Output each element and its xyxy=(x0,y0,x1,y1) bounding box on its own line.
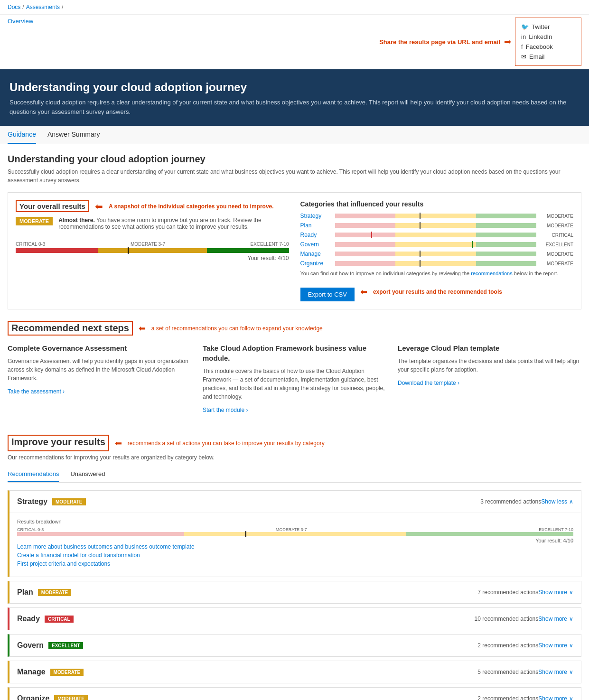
hero-title: Understanding your cloud adoption journe… xyxy=(9,81,580,94)
action-link-1[interactable]: Create a financial model for cloud trans… xyxy=(17,552,573,559)
hero-section: Understanding your cloud adoption journe… xyxy=(0,69,589,126)
plan-show-more[interactable]: Show more ∨ xyxy=(538,589,573,596)
content-title: Understanding your cloud adoption journe… xyxy=(8,154,581,165)
ready-name: Ready xyxy=(17,615,40,623)
score-bar-container: CRITICAL 0-3 MODERATE 3-7 EXCELLENT 7-10… xyxy=(16,242,289,261)
chevron-down-icon: ∨ xyxy=(569,616,573,622)
strategy-badge: MODERATE xyxy=(52,498,85,505)
rec-card-governance: Complete Governance Assessment Governanc… xyxy=(8,343,191,413)
strategy-actions-count: 3 recommended actions xyxy=(480,498,541,505)
overall-results-box: Your overall results xyxy=(16,200,89,212)
manage-actions-count: 5 recommended actions xyxy=(477,669,538,675)
facebook-icon: f xyxy=(521,43,523,50)
cat-section-ready-header[interactable]: Ready CRITICAL 10 recommended actions Sh… xyxy=(9,608,581,630)
take-assessment-link[interactable]: Take the assessment › xyxy=(8,388,65,395)
recommendations-link[interactable]: recommendations xyxy=(471,271,512,276)
organize-show-more[interactable]: Show more ∨ xyxy=(538,695,573,700)
manage-show-more[interactable]: Show more ∨ xyxy=(538,669,573,675)
hero-description: Successfully cloud adoption requires a c… xyxy=(9,98,580,116)
breadcrumb-assessments[interactable]: Assessments xyxy=(26,4,60,10)
cat-marker-organize xyxy=(420,260,421,267)
action-link-2[interactable]: First project criteria and expectations xyxy=(17,560,573,567)
chevron-down-icon: ∨ xyxy=(569,589,573,596)
score-bar-track xyxy=(16,248,289,253)
cat-name-govern: Govern xyxy=(300,241,331,248)
cat-section-manage: Manage MODERATE 5 recommended actions Sh… xyxy=(8,661,581,683)
strategy-breakdown-label: Results breakdown xyxy=(17,519,573,524)
score-bar-green xyxy=(207,248,289,253)
strategy-name: Strategy xyxy=(17,497,47,506)
plan-actions-count: 7 recommended actions xyxy=(477,589,538,596)
action-link-0[interactable]: Learn more about business outcomes and b… xyxy=(17,543,573,550)
cat-section-organize: Organize MODERATE 2 recommended actions … xyxy=(8,687,581,700)
strategy-body: Results breakdown CRITICAL 0-3 MODERATE … xyxy=(9,513,581,577)
export-arrow-icon: ⬅ xyxy=(360,287,367,297)
cat-section-plan: Plan MODERATE 7 recommended actions Show… xyxy=(8,581,581,604)
recommended-title-box: Recommended next steps xyxy=(8,321,133,336)
share-linkedin[interactable]: in LinkedIn xyxy=(521,32,575,42)
rec-card-template-desc: The template organizes the decisions and… xyxy=(398,357,581,374)
email-icon: ✉ xyxy=(521,53,526,60)
overall-annotation: A snapshot of the individual categories … xyxy=(109,203,274,210)
improve-section: Improve your results ⬅ recommends a set … xyxy=(8,435,581,700)
score-marker xyxy=(128,247,129,254)
cat-level-plan: MODERATE xyxy=(540,223,573,228)
cat-marker-plan xyxy=(420,222,421,229)
cat-name-strategy: Strategy xyxy=(300,213,331,219)
improve-arrow-icon: ⬅ xyxy=(115,438,122,448)
results-right: Categories that influenced your results … xyxy=(300,200,574,301)
cat-bar-ready xyxy=(335,233,537,237)
cat-section-govern-header[interactable]: Govern EXCELLENT 2 recommended actions S… xyxy=(9,635,581,656)
cat-section-strategy-header[interactable]: Strategy MODERATE 3 recommended actions … xyxy=(9,491,581,513)
cat-row-govern: Govern EXCELLENT xyxy=(300,241,574,248)
share-twitter[interactable]: 🐦 Twitter xyxy=(521,22,575,32)
cat-name-ready: Ready xyxy=(300,232,331,238)
cat-marker-govern xyxy=(472,241,473,248)
cat-row-ready: Ready CRITICAL xyxy=(300,232,574,238)
score-bar-labels: CRITICAL 0-3 MODERATE 3-7 EXCELLENT 7-10 xyxy=(16,242,289,247)
cat-section-organize-header[interactable]: Organize MODERATE 2 recommended actions … xyxy=(9,688,581,700)
chevron-down-icon: ∨ xyxy=(569,695,573,700)
improve-desc: Our recommendations for improving your r… xyxy=(8,454,581,461)
linkedin-icon: in xyxy=(521,33,526,40)
share-email[interactable]: ✉ Email xyxy=(521,52,575,62)
top-bar: Overview Share the results page via URL … xyxy=(0,15,589,69)
rec-card-template-title: Leverage Cloud Plan template xyxy=(398,343,581,353)
plan-badge: MODERATE xyxy=(38,589,71,596)
organize-actions-count: 2 recommended actions xyxy=(477,695,538,700)
rec-card-framework-desc: This module covers the basics of how to … xyxy=(203,367,386,401)
content-desc: Successfully cloud adoption requires a c… xyxy=(8,168,581,185)
start-module-link[interactable]: Start the module › xyxy=(203,407,248,413)
cat-section-strategy: Strategy MODERATE 3 recommended actions … xyxy=(8,490,581,577)
left-arrow-icon: ⬅ xyxy=(95,201,103,212)
cat-section-manage-header[interactable]: Manage MODERATE 5 recommended actions Sh… xyxy=(9,661,581,683)
improve-annotation: recommends a set of actions you can take… xyxy=(128,440,325,447)
download-template-link[interactable]: Download the template › xyxy=(398,380,459,386)
govern-show-more[interactable]: Show more ∨ xyxy=(538,642,573,649)
rec-card-framework-title: Take Cloud Adoption Framework business v… xyxy=(203,343,386,363)
overview-link[interactable]: Overview xyxy=(8,18,33,25)
strategy-show-less[interactable]: Show less ∧ xyxy=(541,498,573,505)
cat-bar-organize xyxy=(335,261,537,266)
cat-section-plan-header[interactable]: Plan MODERATE 7 recommended actions Show… xyxy=(9,581,581,603)
manage-name: Manage xyxy=(17,668,46,676)
tab-guidance[interactable]: Guidance xyxy=(8,126,36,144)
cat-name-plan: Plan xyxy=(300,222,331,229)
share-facebook[interactable]: f Facebook xyxy=(521,42,575,52)
cat-section-ready: Ready CRITICAL 10 recommended actions Sh… xyxy=(8,607,581,630)
cat-row-strategy: Strategy MODERATE xyxy=(300,213,574,219)
recommended-section: Recommended next steps ⬅ a set of recomm… xyxy=(8,321,581,413)
overall-results-title: Your overall results xyxy=(19,202,85,210)
tab-answer-summary[interactable]: Answer Summary xyxy=(47,126,100,144)
tab-unanswered[interactable]: Unanswered xyxy=(70,467,105,482)
tab-recommendations[interactable]: Recommendations xyxy=(8,467,59,482)
ready-show-more[interactable]: Show more ∨ xyxy=(538,616,573,622)
cat-row-plan: Plan MODERATE xyxy=(300,222,574,229)
breadcrumb-docs[interactable]: Docs xyxy=(8,4,20,10)
cat-level-manage: MODERATE xyxy=(540,252,573,257)
improve-title: Improve your results xyxy=(11,437,105,448)
organize-name: Organize xyxy=(17,694,49,700)
score-bar-red xyxy=(16,248,98,253)
export-csv-button[interactable]: Export to CSV xyxy=(300,288,355,301)
results-card: Your overall results ⬅ A snapshot of the… xyxy=(8,192,581,309)
